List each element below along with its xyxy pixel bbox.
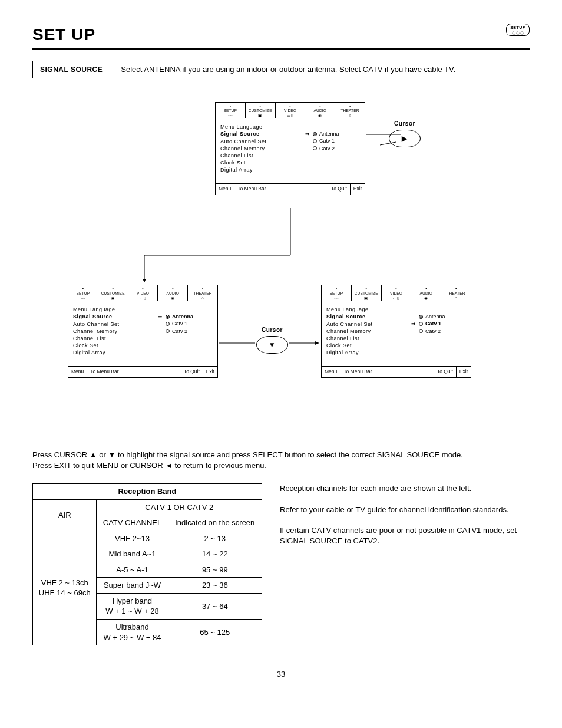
note-1: Reception channels for each mode are sho… <box>280 483 530 494</box>
radio-empty-icon <box>166 322 170 326</box>
osd-tab: ▪VIDEO▭▯ <box>276 103 306 118</box>
osd-tab: ▪CUSTOMIZE▣ <box>246 103 276 118</box>
option-catv2: Catv 2 <box>166 328 213 335</box>
osd-tab: ▪AUDIO◉ <box>411 285 441 301</box>
option-catv1: Catv 1 <box>166 320 213 327</box>
menu-item: Channel List <box>220 152 305 159</box>
menu-item: Channel Memory <box>73 328 157 335</box>
footer-to-menu-bar: To Menu Bar <box>234 184 269 194</box>
cursor-right-button: ▶ <box>389 130 421 147</box>
osd-tab: ▪VIDEO▭▯ <box>128 285 158 301</box>
menu-item: Channel Memory <box>326 328 411 335</box>
arrow-right-icon: ➡ <box>158 313 163 320</box>
menu-item: Clock Set <box>326 342 411 349</box>
option-antenna: Antenna <box>166 313 213 320</box>
page-number: 33 <box>32 669 530 680</box>
menu-item-selected: Signal Source <box>73 313 157 320</box>
instruction-line-1: Press CURSOR ▲ or ▼ to highlight the sig… <box>32 450 530 460</box>
title-rule <box>32 48 530 50</box>
menu-item: Auto Channel Set <box>73 321 157 328</box>
osd-screen-bottom-right: ▪SETUP◦◦◦ ▪CUSTOMIZE▣ ▪VIDEO▭▯ ▪AUDIO◉ ▪… <box>321 285 471 378</box>
note-2: Refer to your cable or TV guide for chan… <box>280 505 530 515</box>
option-catv2: Catv 2 <box>419 328 466 335</box>
footer-to-quit: To Quit <box>434 367 456 377</box>
instruction-line-2: Press EXIT to quit MENU or CURSOR ◄ to r… <box>32 460 530 471</box>
setup-badge-label: SETUP <box>510 25 525 29</box>
menu-item: Channel List <box>73 335 157 342</box>
osd-tab: ▪THEATER⌂ <box>335 103 365 118</box>
menu-item: Channel List <box>326 335 411 342</box>
table-cell: 95 ~ 99 <box>168 562 262 578</box>
col-indicated: Indicated on the screen <box>168 515 262 531</box>
footer-to-menu-bar: To Menu Bar <box>340 367 375 377</box>
table-cell: 37 ~ 64 <box>168 593 262 619</box>
osd-tab: ▪THEATER⌂ <box>441 285 471 301</box>
radio-empty-icon <box>313 139 317 143</box>
option-catv1: Catv 1 <box>313 137 360 144</box>
footer-menu: Menu <box>68 367 87 377</box>
footer-to-quit: To Quit <box>328 184 350 194</box>
table-cell: Super band J~W <box>97 578 168 594</box>
radio-empty-icon <box>166 329 170 333</box>
table-cell: A-5 ~ A-1 <box>97 562 168 578</box>
col-air: AIR <box>33 499 97 531</box>
footer-menu: Menu <box>216 184 234 194</box>
table-cell: Mid band A~1 <box>97 546 168 562</box>
menu-item: Menu Language <box>220 123 305 130</box>
footer-to-quit: To Quit <box>181 367 203 377</box>
radio-empty-icon <box>419 329 423 333</box>
osd-tab: ▪VIDEO▭▯ <box>382 285 412 301</box>
footer-exit: Exit <box>203 367 217 377</box>
menu-item: Channel Memory <box>220 145 305 152</box>
signal-source-description: Select ANTENNA if you are using an indoo… <box>121 64 455 75</box>
reception-notes: Reception channels for each mode are sho… <box>280 483 530 556</box>
table-title: Reception Band <box>33 484 262 500</box>
menu-item: Auto Channel Set <box>326 321 411 328</box>
radio-empty-icon <box>313 146 317 150</box>
col-catv-group: CATV 1 OR CATV 2 <box>97 499 262 515</box>
footer-menu: Menu <box>322 367 340 377</box>
osd-tab: ▪CUSTOMIZE▣ <box>352 285 382 301</box>
menu-item: Menu Language <box>326 306 411 313</box>
menu-item-selected: Signal Source <box>220 130 305 137</box>
table-cell: 65 ~ 125 <box>168 620 262 645</box>
menu-item: Auto Channel Set <box>220 138 305 145</box>
radio-filled-icon <box>419 315 423 319</box>
arrow-right-icon: ➡ <box>411 320 416 327</box>
footer-exit: Exit <box>350 184 365 194</box>
osd-tab: ▪AUDIO◉ <box>305 103 335 118</box>
menu-item: Clock Set <box>220 159 305 166</box>
page-title: SET UP <box>32 24 95 46</box>
arrow-right-icon: ➡ <box>305 130 310 137</box>
instructions-block: Press CURSOR ▲ or ▼ to highlight the sig… <box>32 450 530 470</box>
menu-item: Digital Array <box>73 349 157 356</box>
table-cell: 23 ~ 36 <box>168 578 262 594</box>
osd-tab: ▪SETUP◦◦◦ <box>68 285 98 301</box>
table-cell: VHF 2~13 <box>97 531 168 546</box>
diagram-area: ▪SETUP◦◦◦ ▪CUSTOMIZE▣ ▪VIDEO▭▯ ▪AUDIO◉ ▪… <box>32 102 530 432</box>
osd-tab: ▪AUDIO◉ <box>158 285 188 301</box>
option-antenna: Antenna <box>419 313 466 320</box>
setup-badge: SETUP ◌◌◌ <box>506 24 530 36</box>
osd-tab: ▪SETUP◦◦◦ <box>322 285 352 301</box>
badge-icon: ◌◌◌ <box>512 31 524 35</box>
radio-filled-icon <box>313 132 317 136</box>
option-antenna: Antenna <box>313 130 360 137</box>
radio-empty-icon <box>419 322 423 326</box>
col-catv-channel: CATV CHANNEL <box>97 515 168 531</box>
osd-tab: ▪THEATER⌂ <box>188 285 217 301</box>
cursor-label-down: Cursor ▼ <box>256 326 288 354</box>
signal-source-label: SIGNAL SOURCE <box>32 61 110 78</box>
footer-exit: Exit <box>456 367 471 377</box>
menu-item: Digital Array <box>220 166 305 173</box>
reception-band-table: Reception Band AIR CATV 1 OR CATV 2 CATV… <box>32 483 262 645</box>
table-cell: Hyper band W + 1 ~ W + 28 <box>97 593 168 619</box>
menu-item-selected: Signal Source <box>326 313 411 320</box>
note-3: If certain CATV channels are poor or not… <box>280 525 530 546</box>
osd-screen-top: ▪SETUP◦◦◦ ▪CUSTOMIZE▣ ▪VIDEO▭▯ ▪AUDIO◉ ▪… <box>215 102 365 195</box>
option-catv1: Catv 1 <box>419 320 466 327</box>
osd-tab: ▪CUSTOMIZE▣ <box>98 285 128 301</box>
radio-filled-icon <box>166 315 170 319</box>
air-cell: VHF 2 ~ 13ch UHF 14 ~ 69ch <box>33 531 97 645</box>
menu-item: Clock Set <box>73 342 157 349</box>
